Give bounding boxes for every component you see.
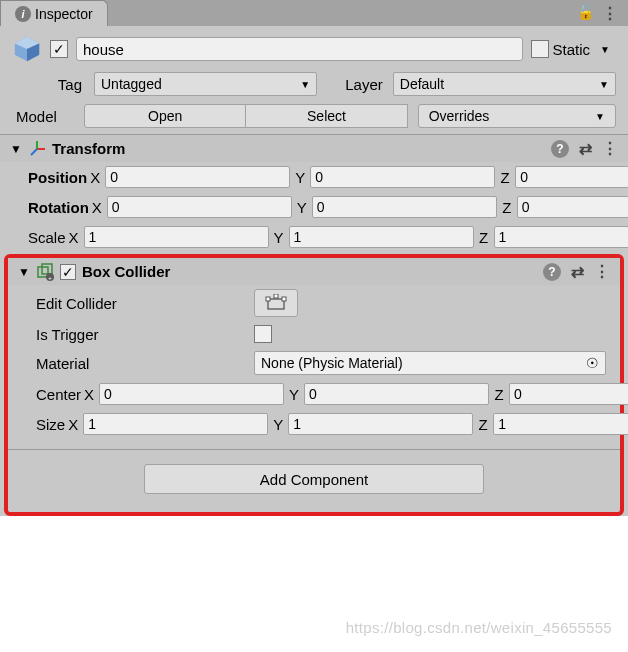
axis-x-label: X — [87, 169, 103, 186]
help-icon[interactable]: ? — [543, 263, 561, 281]
axis-y-label: Y — [286, 386, 302, 403]
transform-title: Transform — [52, 140, 551, 157]
watermark-text: https://blog.csdn.net/weixin_45655555 — [346, 619, 612, 636]
center-y-input[interactable] — [304, 383, 489, 405]
gameobject-name-input[interactable] — [76, 37, 523, 61]
position-y-input[interactable] — [310, 166, 495, 188]
size-label: Size — [36, 416, 65, 433]
static-checkbox[interactable] — [531, 40, 549, 58]
axis-x-label: X — [66, 229, 82, 246]
edit-collider-row: Edit Collider — [8, 285, 620, 321]
size-z-input[interactable] — [493, 413, 628, 435]
transform-scale-row: Scale X Y Z — [0, 222, 628, 252]
layer-label: Layer — [321, 76, 389, 93]
model-row: Model Open Select Overrides ▼ — [0, 102, 628, 134]
static-dropdown-arrow-icon[interactable]: ▼ — [594, 44, 616, 55]
boxcollider-component-header[interactable]: ▼ + ✓ Box Collider ? ⇄ ⋮ — [8, 258, 620, 285]
is-trigger-label: Is Trigger — [36, 326, 254, 343]
tag-dropdown[interactable]: Untagged ▼ — [94, 72, 317, 96]
boxcollider-title: Box Collider — [82, 263, 543, 280]
svg-rect-13 — [274, 294, 278, 298]
transform-component-header[interactable]: ▼ Transform ? ⇄ ⋮ — [0, 134, 628, 162]
preset-icon[interactable]: ⇄ — [571, 262, 584, 281]
size-x-input[interactable] — [83, 413, 268, 435]
axis-z-label: Z — [491, 386, 507, 403]
edit-collider-button[interactable] — [254, 289, 298, 317]
component-menu-icon[interactable]: ⋮ — [602, 139, 618, 158]
position-z-input[interactable] — [515, 166, 628, 188]
position-label: Position — [28, 169, 87, 186]
foldout-arrow-icon[interactable]: ▼ — [18, 265, 30, 279]
checkmark-icon: ✓ — [53, 41, 65, 57]
panel-menu-icon[interactable]: ⋮ — [602, 4, 618, 23]
axis-x-label: X — [89, 199, 105, 216]
scale-z-input[interactable] — [494, 226, 628, 248]
gameobject-header: ✓ Static ▼ — [0, 26, 628, 70]
transform-rotation-row: Rotation X Y Z — [0, 192, 628, 222]
boxcollider-enabled-checkbox[interactable]: ✓ — [60, 264, 76, 280]
chevron-down-icon: ▼ — [300, 79, 310, 90]
is-trigger-row: Is Trigger — [8, 321, 620, 347]
is-trigger-checkbox[interactable] — [254, 325, 272, 343]
svg-rect-7 — [42, 264, 52, 274]
axis-x-label: X — [81, 386, 97, 403]
model-select-button[interactable]: Select — [246, 104, 407, 128]
highlight-box: ▼ + ✓ Box Collider ? ⇄ ⋮ Edit Collider — [4, 254, 624, 516]
rotation-z-input[interactable] — [517, 196, 628, 218]
scale-y-input[interactable] — [289, 226, 474, 248]
help-icon[interactable]: ? — [551, 140, 569, 158]
add-component-button[interactable]: Add Component — [144, 464, 484, 494]
tab-title: Inspector — [35, 6, 93, 22]
boxcollider-size-row: Size X Y Z — [8, 409, 620, 439]
center-label: Center — [36, 386, 81, 403]
rotation-x-input[interactable] — [107, 196, 292, 218]
layer-value: Default — [400, 76, 444, 92]
model-overrides-dropdown[interactable]: Overrides ▼ — [418, 104, 616, 128]
material-row: Material None (Physic Material) ☉ — [8, 347, 620, 379]
axis-y-label: Y — [270, 416, 286, 433]
info-icon: i — [15, 6, 31, 22]
component-menu-icon[interactable]: ⋮ — [594, 262, 610, 281]
transform-position-row: Position X Y Z — [0, 162, 628, 192]
axis-z-label: Z — [499, 199, 515, 216]
axis-z-label: Z — [497, 169, 513, 186]
foldout-arrow-icon[interactable]: ▼ — [10, 142, 22, 156]
tag-label: Tag — [12, 76, 90, 93]
material-field[interactable]: None (Physic Material) ☉ — [254, 351, 606, 375]
boxcollider-center-row: Center X Y Z — [8, 379, 620, 409]
transform-icon — [28, 140, 46, 158]
scale-label: Scale — [28, 229, 66, 246]
rotation-y-input[interactable] — [312, 196, 497, 218]
tab-bar: i Inspector 🔓 ⋮ — [0, 0, 628, 26]
model-open-button[interactable]: Open — [84, 104, 246, 128]
edit-collider-label: Edit Collider — [36, 295, 254, 312]
position-x-input[interactable] — [105, 166, 290, 188]
center-x-input[interactable] — [99, 383, 284, 405]
static-label: Static — [553, 41, 591, 58]
chevron-down-icon: ▼ — [599, 79, 609, 90]
layer-dropdown[interactable]: Default ▼ — [393, 72, 616, 96]
center-z-input[interactable] — [509, 383, 628, 405]
preset-icon[interactable]: ⇄ — [579, 139, 592, 158]
object-picker-icon[interactable]: ☉ — [586, 355, 599, 371]
prefab-cube-icon — [12, 34, 42, 64]
axis-z-label: Z — [475, 416, 491, 433]
lock-icon[interactable]: 🔓 — [577, 4, 594, 23]
material-label: Material — [36, 355, 254, 372]
edit-collider-icon — [265, 294, 287, 312]
axis-x-label: X — [65, 416, 81, 433]
tag-layer-row: Tag Untagged ▼ Layer Default ▼ — [0, 70, 628, 102]
checkmark-icon: ✓ — [62, 264, 74, 280]
axis-y-label: Y — [271, 229, 287, 246]
rotation-label: Rotation — [28, 199, 89, 216]
model-label: Model — [12, 108, 84, 125]
tag-value: Untagged — [101, 76, 162, 92]
gameobject-enabled-checkbox[interactable]: ✓ — [50, 40, 68, 58]
scale-x-input[interactable] — [84, 226, 269, 248]
axis-y-label: Y — [294, 199, 310, 216]
svg-line-5 — [31, 149, 37, 155]
inspector-tab[interactable]: i Inspector — [0, 0, 108, 26]
axis-y-label: Y — [292, 169, 308, 186]
boxcollider-icon: + — [36, 263, 54, 281]
size-y-input[interactable] — [288, 413, 473, 435]
